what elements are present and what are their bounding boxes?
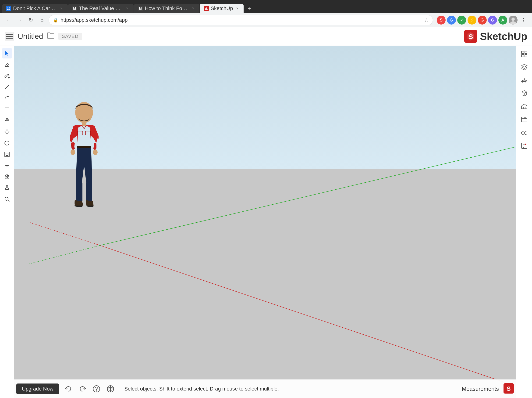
upgrade-now-button[interactable]: Upgrade Now bbox=[16, 384, 59, 394]
home-button[interactable]: ⌂ bbox=[37, 15, 47, 25]
browser-tab-1[interactable]: 19 Don't Pick A Career—Cre × bbox=[2, 4, 68, 13]
right-tool-solid[interactable] bbox=[519, 87, 530, 99]
forward-button[interactable]: → bbox=[15, 15, 24, 25]
svg-point-75 bbox=[521, 132, 524, 134]
lock-icon: 🔒 bbox=[53, 18, 58, 23]
tab-favicon-4 bbox=[204, 6, 209, 11]
svg-line-36 bbox=[8, 200, 9, 202]
reload-button[interactable]: ↻ bbox=[26, 15, 36, 25]
tab-favicon-1: 19 bbox=[6, 6, 11, 11]
svg-point-84 bbox=[525, 144, 526, 145]
right-tool-section[interactable] bbox=[519, 127, 530, 138]
svg-line-39 bbox=[100, 245, 516, 386]
document-title[interactable]: Untitled bbox=[18, 32, 43, 41]
canvas-area[interactable]: Upgrade Now Select objects. Shift to ext… bbox=[14, 46, 516, 398]
svg-point-76 bbox=[524, 132, 527, 134]
svg-rect-68 bbox=[523, 107, 525, 109]
tool-select[interactable] bbox=[2, 48, 12, 59]
measurements-label: Measurements bbox=[462, 386, 499, 392]
redo-button[interactable] bbox=[78, 384, 87, 394]
svg-text:19: 19 bbox=[7, 7, 10, 10]
svg-rect-21 bbox=[5, 121, 9, 123]
tool-move[interactable] bbox=[2, 127, 12, 137]
browser-extensions: S G ✓ ⚡ G G A ⋮ bbox=[437, 15, 528, 25]
human-figure bbox=[61, 100, 108, 212]
browser-menu-button[interactable]: ⋮ bbox=[519, 15, 528, 25]
svg-line-65 bbox=[522, 92, 524, 93]
tool-eraser[interactable] bbox=[2, 59, 12, 70]
tab-title-3: How to Think For Yourse bbox=[145, 5, 189, 12]
tab-add-button[interactable]: + bbox=[244, 4, 254, 13]
tab-title-2: The Real Value of Faceb bbox=[79, 5, 123, 12]
tab-favicon-3: M bbox=[138, 6, 143, 11]
svg-rect-52 bbox=[86, 183, 92, 201]
tool-push-pull[interactable] bbox=[2, 116, 12, 126]
right-tool-layers[interactable] bbox=[519, 61, 530, 73]
tab-close-1[interactable]: × bbox=[59, 6, 64, 11]
hamburger-button[interactable] bbox=[5, 32, 14, 41]
ext-5[interactable]: G bbox=[478, 16, 487, 25]
svg-rect-26 bbox=[5, 152, 9, 157]
folder-button[interactable] bbox=[47, 32, 54, 40]
svg-point-9 bbox=[512, 18, 515, 21]
ext-1[interactable]: S bbox=[437, 16, 446, 25]
ext-2[interactable]: G bbox=[447, 16, 456, 25]
svg-rect-50 bbox=[77, 146, 91, 148]
svg-line-42 bbox=[28, 245, 100, 264]
svg-rect-64 bbox=[525, 54, 527, 57]
bottom-actions bbox=[59, 384, 120, 394]
tab-close-2[interactable]: × bbox=[125, 6, 130, 11]
svg-line-40 bbox=[28, 222, 100, 245]
address-bar[interactable]: 🔒 https://app.sketchup.com/app ☆ bbox=[49, 15, 433, 25]
browser-tab-4[interactable]: SketchUp × bbox=[200, 4, 244, 13]
tool-orbit[interactable] bbox=[2, 172, 12, 182]
svg-rect-62 bbox=[525, 51, 527, 53]
tool-offset[interactable] bbox=[2, 149, 12, 159]
right-tool-components[interactable] bbox=[519, 48, 530, 60]
tool-rotate[interactable] bbox=[2, 138, 12, 148]
svg-rect-20 bbox=[5, 108, 9, 111]
ext-7[interactable]: A bbox=[498, 16, 507, 25]
right-tool-scenes[interactable] bbox=[519, 114, 530, 125]
tool-pan[interactable] bbox=[2, 183, 12, 193]
svg-rect-12 bbox=[6, 36, 13, 37]
profile-icon[interactable] bbox=[509, 16, 518, 25]
svg-point-54 bbox=[96, 391, 97, 391]
ext-3[interactable]: ✓ bbox=[457, 16, 466, 25]
saved-badge: SAVED bbox=[58, 33, 82, 40]
svg-point-17 bbox=[8, 77, 9, 78]
left-toolbar bbox=[0, 46, 14, 398]
sketchup-logo-text: SketchUp bbox=[480, 31, 527, 42]
back-button[interactable]: ← bbox=[4, 15, 13, 25]
right-panel bbox=[516, 46, 532, 398]
svg-point-48 bbox=[70, 150, 75, 155]
browser-nav: ← → ↻ ⌂ 🔒 https://app.sketchup.com/app ☆… bbox=[0, 13, 532, 27]
tab-favicon-2: M bbox=[72, 6, 77, 11]
right-tool-warehouse[interactable] bbox=[519, 101, 530, 112]
tool-zoom[interactable] bbox=[2, 194, 12, 204]
svg-line-66 bbox=[524, 92, 527, 93]
tool-arc[interactable] bbox=[2, 93, 12, 103]
svg-line-18 bbox=[5, 85, 9, 89]
geo-location-button[interactable] bbox=[106, 384, 115, 394]
right-tool-entity-info[interactable] bbox=[519, 140, 530, 151]
ext-4[interactable]: ⚡ bbox=[468, 16, 476, 25]
svg-text:S: S bbox=[469, 33, 473, 40]
svg-rect-46 bbox=[77, 131, 83, 135]
ext-6[interactable]: G bbox=[488, 16, 497, 25]
tool-line[interactable] bbox=[2, 82, 12, 92]
browser-tab-2[interactable]: M The Real Value of Faceb × bbox=[68, 4, 133, 13]
tool-paint-bucket[interactable] bbox=[2, 71, 12, 81]
canvas-viewport[interactable] bbox=[14, 46, 516, 398]
undo-button[interactable] bbox=[64, 384, 73, 394]
tool-rectangle[interactable] bbox=[2, 104, 12, 115]
sketchup-bottom-logo: S bbox=[504, 383, 514, 394]
tab-close-3[interactable]: × bbox=[190, 6, 196, 11]
right-tool-styles[interactable] bbox=[519, 74, 530, 86]
tab-close-4[interactable]: × bbox=[235, 6, 240, 11]
tool-tape-measure[interactable] bbox=[2, 160, 12, 171]
browser-tab-3[interactable]: M How to Think For Yourse × bbox=[134, 4, 199, 13]
help-button[interactable] bbox=[92, 384, 101, 394]
bookmark-icon[interactable]: ☆ bbox=[424, 17, 429, 23]
svg-line-41 bbox=[100, 147, 516, 246]
